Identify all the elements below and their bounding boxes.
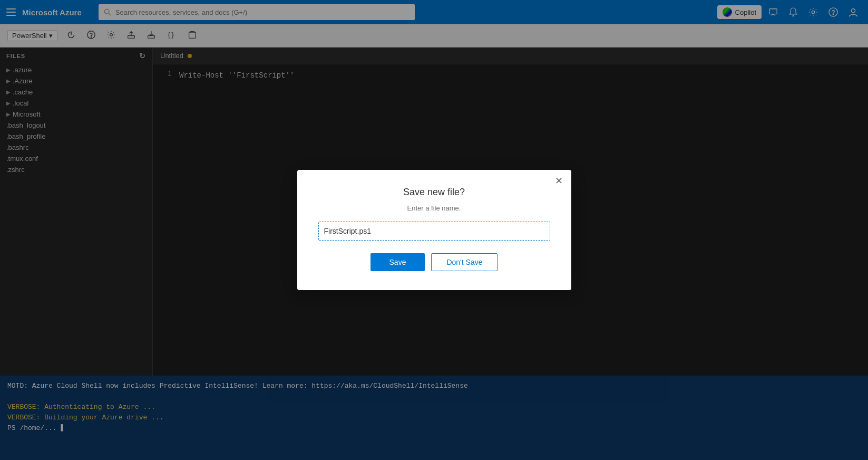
save-file-modal: ✕ Save new file? Enter a file name. Save…	[297, 170, 571, 290]
modal-buttons: Save Don't Save	[318, 253, 550, 271]
filename-input[interactable]	[318, 222, 550, 241]
modal-close-button[interactable]: ✕	[555, 176, 563, 186]
modal-overlay: ✕ Save new file? Enter a file name. Save…	[0, 0, 868, 460]
modal-title: Save new file?	[318, 187, 550, 198]
modal-subtitle: Enter a file name.	[318, 204, 550, 212]
save-button[interactable]: Save	[370, 253, 425, 271]
dont-save-button[interactable]: Don't Save	[431, 253, 498, 271]
